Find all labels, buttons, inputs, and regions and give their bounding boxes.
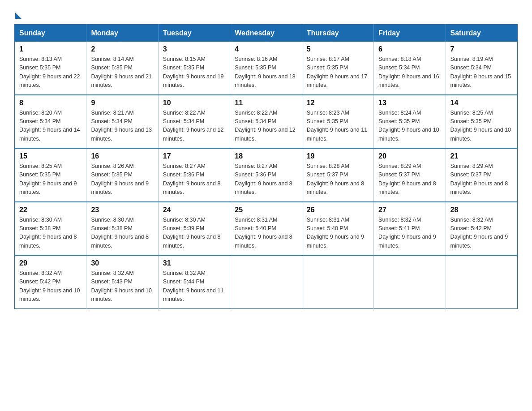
- calendar-cell: 14 Sunrise: 8:25 AMSunset: 5:35 PMDaylig…: [446, 95, 517, 149]
- calendar-cell: [374, 255, 446, 308]
- calendar-header-sunday: Sunday: [15, 25, 86, 42]
- calendar-cell: 29 Sunrise: 8:32 AMSunset: 5:42 PMDaylig…: [15, 255, 86, 308]
- day-number: 8: [19, 99, 82, 107]
- day-info: Sunrise: 8:32 AMSunset: 5:42 PMDaylight:…: [19, 270, 80, 302]
- day-info: Sunrise: 8:25 AMSunset: 5:35 PMDaylight:…: [19, 163, 77, 195]
- day-number: 16: [91, 152, 153, 160]
- calendar-cell: [230, 255, 302, 308]
- calendar-header-monday: Monday: [86, 25, 158, 42]
- day-number: 11: [235, 99, 297, 107]
- calendar-header-tuesday: Tuesday: [158, 25, 230, 42]
- day-number: 4: [235, 45, 297, 53]
- day-info: Sunrise: 8:21 AMSunset: 5:34 PMDaylight:…: [91, 110, 152, 142]
- calendar-table: SundayMondayTuesdayWednesdayThursdayFrid…: [14, 24, 518, 309]
- calendar-week-row: 29 Sunrise: 8:32 AMSunset: 5:42 PMDaylig…: [15, 255, 518, 308]
- day-number: 10: [163, 99, 225, 107]
- calendar-cell: 11 Sunrise: 8:22 AMSunset: 5:34 PMDaylig…: [230, 95, 302, 149]
- calendar-cell: 16 Sunrise: 8:26 AMSunset: 5:35 PMDaylig…: [86, 148, 158, 202]
- calendar-cell: [302, 255, 373, 308]
- calendar-cell: 7 Sunrise: 8:19 AMSunset: 5:34 PMDayligh…: [446, 42, 517, 95]
- day-info: Sunrise: 8:26 AMSunset: 5:35 PMDaylight:…: [91, 163, 149, 195]
- day-info: Sunrise: 8:27 AMSunset: 5:36 PMDaylight:…: [163, 163, 221, 195]
- day-info: Sunrise: 8:31 AMSunset: 5:40 PMDaylight:…: [307, 217, 365, 249]
- logo-arrow-icon: [15, 13, 21, 19]
- day-number: 18: [235, 152, 297, 160]
- day-number: 1: [19, 45, 82, 53]
- day-number: 14: [450, 99, 513, 107]
- calendar-cell: 17 Sunrise: 8:27 AMSunset: 5:36 PMDaylig…: [158, 148, 230, 202]
- day-info: Sunrise: 8:17 AMSunset: 5:35 PMDaylight:…: [307, 56, 368, 88]
- calendar-cell: 15 Sunrise: 8:25 AMSunset: 5:35 PMDaylig…: [15, 148, 86, 202]
- day-number: 24: [163, 206, 225, 214]
- calendar-cell: 23 Sunrise: 8:30 AMSunset: 5:38 PMDaylig…: [86, 202, 158, 256]
- day-info: Sunrise: 8:32 AMSunset: 5:44 PMDaylight:…: [163, 270, 224, 302]
- day-number: 12: [307, 99, 369, 107]
- day-number: 26: [307, 206, 369, 214]
- page-header: [14, 11, 518, 17]
- calendar-cell: 18 Sunrise: 8:27 AMSunset: 5:36 PMDaylig…: [230, 148, 302, 202]
- calendar-cell: 10 Sunrise: 8:22 AMSunset: 5:34 PMDaylig…: [158, 95, 230, 149]
- day-number: 30: [91, 259, 153, 267]
- calendar-cell: 21 Sunrise: 8:29 AMSunset: 5:37 PMDaylig…: [446, 148, 517, 202]
- day-info: Sunrise: 8:13 AMSunset: 5:35 PMDaylight:…: [19, 56, 80, 88]
- day-info: Sunrise: 8:29 AMSunset: 5:37 PMDaylight:…: [378, 163, 436, 195]
- calendar-week-row: 1 Sunrise: 8:13 AMSunset: 5:35 PMDayligh…: [15, 42, 518, 95]
- calendar-cell: 12 Sunrise: 8:23 AMSunset: 5:35 PMDaylig…: [302, 95, 373, 149]
- day-info: Sunrise: 8:32 AMSunset: 5:41 PMDaylight:…: [378, 217, 436, 249]
- calendar-cell: 4 Sunrise: 8:16 AMSunset: 5:35 PMDayligh…: [230, 42, 302, 95]
- calendar-cell: 19 Sunrise: 8:28 AMSunset: 5:37 PMDaylig…: [302, 148, 373, 202]
- day-number: 23: [91, 206, 153, 214]
- calendar-header-row: SundayMondayTuesdayWednesdayThursdayFrid…: [15, 25, 518, 42]
- day-info: Sunrise: 8:28 AMSunset: 5:37 PMDaylight:…: [307, 163, 365, 195]
- calendar-header-friday: Friday: [374, 25, 446, 42]
- day-info: Sunrise: 8:22 AMSunset: 5:34 PMDaylight:…: [235, 110, 296, 142]
- calendar-cell: 3 Sunrise: 8:15 AMSunset: 5:35 PMDayligh…: [158, 42, 230, 95]
- calendar-cell: 24 Sunrise: 8:30 AMSunset: 5:39 PMDaylig…: [158, 202, 230, 256]
- calendar-cell: [446, 255, 517, 308]
- day-number: 2: [91, 45, 153, 53]
- day-number: 7: [450, 45, 513, 53]
- calendar-week-row: 8 Sunrise: 8:20 AMSunset: 5:34 PMDayligh…: [15, 95, 518, 149]
- day-number: 3: [163, 45, 225, 53]
- calendar-cell: 13 Sunrise: 8:24 AMSunset: 5:35 PMDaylig…: [374, 95, 446, 149]
- day-info: Sunrise: 8:18 AMSunset: 5:34 PMDaylight:…: [378, 56, 439, 88]
- day-info: Sunrise: 8:14 AMSunset: 5:35 PMDaylight:…: [91, 56, 152, 88]
- calendar-cell: 30 Sunrise: 8:32 AMSunset: 5:43 PMDaylig…: [86, 255, 158, 308]
- day-info: Sunrise: 8:24 AMSunset: 5:35 PMDaylight:…: [378, 110, 439, 142]
- calendar-cell: 9 Sunrise: 8:21 AMSunset: 5:34 PMDayligh…: [86, 95, 158, 149]
- day-number: 28: [450, 206, 513, 214]
- calendar-cell: 8 Sunrise: 8:20 AMSunset: 5:34 PMDayligh…: [15, 95, 86, 149]
- day-info: Sunrise: 8:20 AMSunset: 5:34 PMDaylight:…: [19, 110, 80, 142]
- calendar-cell: 1 Sunrise: 8:13 AMSunset: 5:35 PMDayligh…: [15, 42, 86, 95]
- calendar-cell: 28 Sunrise: 8:32 AMSunset: 5:42 PMDaylig…: [446, 202, 517, 256]
- day-info: Sunrise: 8:32 AMSunset: 5:43 PMDaylight:…: [91, 270, 152, 302]
- calendar-header-wednesday: Wednesday: [230, 25, 302, 42]
- day-info: Sunrise: 8:19 AMSunset: 5:34 PMDaylight:…: [450, 56, 511, 88]
- calendar-week-row: 22 Sunrise: 8:30 AMSunset: 5:38 PMDaylig…: [15, 202, 518, 256]
- logo: [14, 11, 21, 17]
- calendar-cell: 31 Sunrise: 8:32 AMSunset: 5:44 PMDaylig…: [158, 255, 230, 308]
- day-info: Sunrise: 8:25 AMSunset: 5:35 PMDaylight:…: [450, 110, 511, 142]
- day-info: Sunrise: 8:30 AMSunset: 5:39 PMDaylight:…: [163, 217, 221, 249]
- day-number: 6: [378, 45, 441, 53]
- day-info: Sunrise: 8:27 AMSunset: 5:36 PMDaylight:…: [235, 163, 292, 195]
- day-info: Sunrise: 8:16 AMSunset: 5:35 PMDaylight:…: [235, 56, 296, 88]
- day-number: 13: [378, 99, 441, 107]
- day-number: 17: [163, 152, 225, 160]
- calendar-cell: 25 Sunrise: 8:31 AMSunset: 5:40 PMDaylig…: [230, 202, 302, 256]
- day-info: Sunrise: 8:23 AMSunset: 5:35 PMDaylight:…: [307, 110, 368, 142]
- calendar-cell: 26 Sunrise: 8:31 AMSunset: 5:40 PMDaylig…: [302, 202, 373, 256]
- day-number: 29: [19, 259, 82, 267]
- calendar-header-thursday: Thursday: [302, 25, 373, 42]
- day-number: 19: [307, 152, 369, 160]
- calendar-header-saturday: Saturday: [446, 25, 517, 42]
- day-info: Sunrise: 8:22 AMSunset: 5:34 PMDaylight:…: [163, 110, 224, 142]
- day-info: Sunrise: 8:30 AMSunset: 5:38 PMDaylight:…: [91, 217, 149, 249]
- day-number: 9: [91, 99, 153, 107]
- calendar-body: 1 Sunrise: 8:13 AMSunset: 5:35 PMDayligh…: [15, 42, 518, 308]
- day-number: 25: [235, 206, 297, 214]
- day-info: Sunrise: 8:30 AMSunset: 5:38 PMDaylight:…: [19, 217, 77, 249]
- day-info: Sunrise: 8:29 AMSunset: 5:37 PMDaylight:…: [450, 163, 508, 195]
- day-number: 20: [378, 152, 441, 160]
- day-number: 31: [163, 259, 225, 267]
